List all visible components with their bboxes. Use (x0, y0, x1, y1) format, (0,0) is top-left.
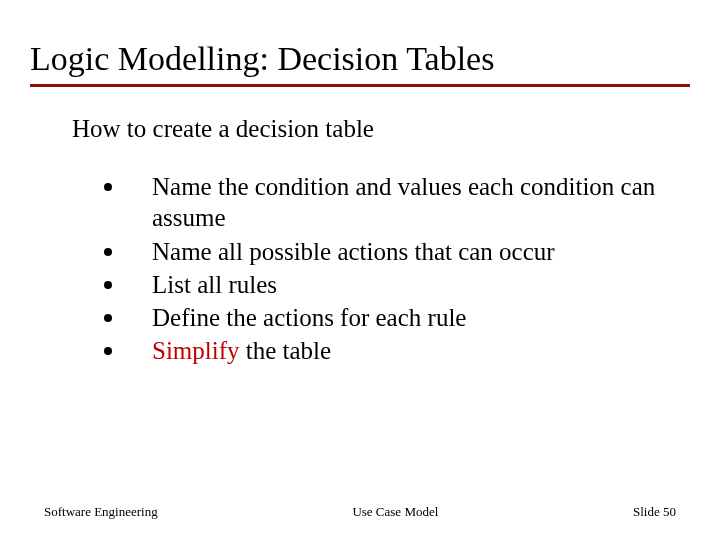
bullet-text: List all rules (152, 269, 277, 300)
slide-subtitle: How to create a decision table (72, 115, 690, 143)
footer-center: Use Case Model (352, 504, 438, 520)
bullet-icon (104, 281, 112, 289)
bullet-text: Name all possible actions that can occur (152, 236, 555, 267)
list-item: List all rules (104, 269, 670, 300)
bullet-icon (104, 183, 112, 191)
list-item: Name all possible actions that can occur (104, 236, 670, 267)
list-item: Define the actions for each rule (104, 302, 670, 333)
bullet-list: Name the condition and values each condi… (104, 171, 670, 367)
bullet-text: Simplify the table (152, 335, 331, 366)
bullet-icon (104, 248, 112, 256)
highlight-word: Simplify (152, 337, 240, 364)
footer-left: Software Engineering (44, 504, 158, 520)
list-item: Name the condition and values each condi… (104, 171, 670, 234)
slide-footer: Software Engineering Use Case Model Slid… (0, 504, 720, 520)
bullet-text-tail: the table (240, 337, 332, 364)
bullet-icon (104, 314, 112, 322)
bullet-icon (104, 347, 112, 355)
footer-right: Slide 50 (633, 504, 676, 520)
bullet-text: Name the condition and values each condi… (152, 171, 670, 234)
slide: Logic Modelling: Decision Tables How to … (0, 0, 720, 540)
list-item: Simplify the table (104, 335, 670, 366)
slide-title: Logic Modelling: Decision Tables (30, 40, 690, 87)
bullet-text: Define the actions for each rule (152, 302, 466, 333)
